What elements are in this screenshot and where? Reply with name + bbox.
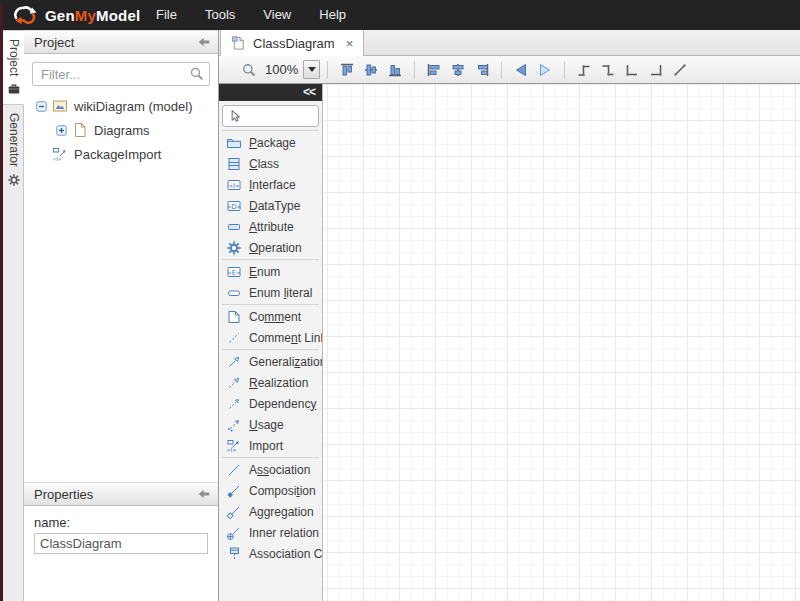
zoom-magnifier-icon[interactable]: [237, 59, 261, 81]
align-right-icon: [474, 62, 490, 78]
operation-icon: [226, 240, 242, 256]
palette-divider: [222, 304, 319, 305]
sidebar-tab-label: Project: [7, 39, 21, 76]
palette-item-usage[interactable]: Usage: [219, 414, 322, 435]
palette-item-inner-relation[interactable]: Inner relation: [219, 522, 322, 543]
project-panel-header: Project: [24, 30, 218, 54]
align-middle-button[interactable]: [359, 59, 383, 81]
model-tree: wikiDiagram (model)Diagrams«I»PackageImp…: [24, 94, 218, 166]
palette-item-label: Enum: [249, 265, 280, 279]
palette-item-label: Generalization: [249, 355, 322, 369]
palette-item-dependency[interactable]: Dependency: [219, 393, 322, 414]
palette-item-realization[interactable]: Realization: [219, 372, 322, 393]
flip-vertical-button[interactable]: [533, 59, 557, 81]
collapse-panel-arrow-icon[interactable]: [197, 35, 211, 49]
tree-expander-plus-icon[interactable]: [56, 125, 67, 136]
palette-item-association[interactable]: Association: [219, 459, 322, 480]
tab-classdiagram[interactable]: ClassDiagram ×: [220, 30, 364, 56]
filter-input[interactable]: [32, 62, 210, 86]
palette-item-attribute[interactable]: Attribute: [219, 216, 322, 237]
menu-help[interactable]: Help: [305, 0, 360, 30]
collapse-panel-arrow-icon[interactable]: [197, 487, 211, 501]
palette-item-list: PackageClass«I»Interface«D»DataTypeAttri…: [219, 130, 322, 564]
palette-item-datatype[interactable]: «D»DataType: [219, 195, 322, 216]
palette-item-import[interactable]: «I»Import: [219, 435, 322, 456]
palette-divider: [222, 457, 319, 458]
palette-item-label: Class: [249, 157, 279, 171]
palette-item-class[interactable]: Class: [219, 153, 322, 174]
palette-divider: [222, 130, 319, 131]
comment-icon: [226, 309, 242, 325]
zoom-dropdown-button[interactable]: [303, 60, 320, 79]
palette-item-label: Import: [249, 439, 283, 453]
conn-corner-j-button[interactable]: [644, 59, 668, 81]
import-icon: «I»: [226, 438, 242, 454]
palette-item-label: Package: [249, 136, 296, 150]
diagram-file-icon: [72, 122, 88, 138]
align-right-button[interactable]: [470, 59, 494, 81]
align-left-icon: [426, 62, 442, 78]
composition-icon: [226, 483, 242, 499]
realization-icon: [226, 375, 242, 391]
palette-collapse-button[interactable]: <<: [219, 84, 322, 101]
tab-close-icon[interactable]: ×: [346, 36, 354, 51]
menu-view[interactable]: View: [249, 0, 305, 30]
search-icon: [189, 66, 205, 82]
toolbar-separator: [564, 61, 565, 79]
gear-icon: [7, 173, 21, 187]
palette-item-association-class[interactable]: Association Cl...: [219, 543, 322, 564]
tree-node-wikidiagram[interactable]: wikiDiagram (model): [24, 94, 218, 118]
conn-step-up-button[interactable]: [572, 59, 596, 81]
palette-item-package[interactable]: Package: [219, 132, 322, 153]
align-left-button[interactable]: [422, 59, 446, 81]
class-icon: [226, 156, 242, 172]
menubar-items: FileToolsViewHelp: [142, 0, 360, 30]
palette-item-interface[interactable]: «I»Interface: [219, 174, 322, 195]
palette-item-label: Comment: [249, 310, 301, 324]
toolbar-separator: [501, 61, 502, 79]
palette-item-label: Operation: [249, 241, 302, 255]
align-bottom-button[interactable]: [383, 59, 407, 81]
conn-step-up-icon: [576, 62, 592, 78]
attribute-icon: [226, 219, 242, 235]
palette-item-label: Dependency: [249, 397, 316, 411]
filter-box: [32, 62, 210, 86]
align-center-button[interactable]: [446, 59, 470, 81]
tree-node-diagrams[interactable]: Diagrams: [24, 118, 218, 142]
name-field-input[interactable]: [34, 533, 208, 554]
palette-item-aggregation[interactable]: Aggregation: [219, 501, 322, 522]
palette-item-label: Usage: [249, 418, 284, 432]
palette-item-composition[interactable]: Composition: [219, 480, 322, 501]
conn-corner-j-icon: [648, 62, 664, 78]
palette-divider: [222, 259, 319, 260]
palette-item-comment[interactable]: Comment: [219, 306, 322, 327]
conn-line-button[interactable]: [668, 59, 692, 81]
flip-horizontal-icon: [513, 62, 529, 78]
align-top-button[interactable]: [335, 59, 359, 81]
align-middle-icon: [363, 62, 379, 78]
properties-body: name:: [24, 506, 218, 563]
flip-horizontal-button[interactable]: [509, 59, 533, 81]
conn-corner-l-button[interactable]: [620, 59, 644, 81]
chevron-down-icon: [308, 67, 316, 72]
association-icon: [226, 462, 242, 478]
package-icon: [226, 135, 242, 151]
tree-expander-minus-icon[interactable]: [36, 101, 47, 112]
conn-step-down-button[interactable]: [596, 59, 620, 81]
aggregation-icon: [226, 504, 242, 520]
palette-item-operation[interactable]: Operation: [219, 237, 322, 258]
palette-item-enum-literal[interactable]: Enum literal: [219, 282, 322, 303]
sidebar-tab-generator[interactable]: Generator: [3, 105, 24, 195]
palette-item-comment-link[interactable]: Comment Link: [219, 327, 322, 348]
palette-item-generalization[interactable]: Generalization: [219, 351, 322, 372]
selection-tool-button[interactable]: [222, 105, 319, 127]
menu-file[interactable]: File: [142, 0, 191, 30]
brand-wordmark: GenMyModel: [45, 7, 140, 24]
tree-node-packageimport[interactable]: «I»PackageImport: [24, 142, 218, 166]
properties-panel: Properties name:: [24, 482, 218, 601]
brand-logo[interactable]: GenMyModel: [0, 3, 142, 27]
menu-tools[interactable]: Tools: [191, 0, 249, 30]
enum-icon: «E»: [226, 264, 242, 280]
palette-item-enum[interactable]: «E»Enum: [219, 261, 322, 282]
sidebar-tab-project[interactable]: Project: [3, 30, 24, 105]
